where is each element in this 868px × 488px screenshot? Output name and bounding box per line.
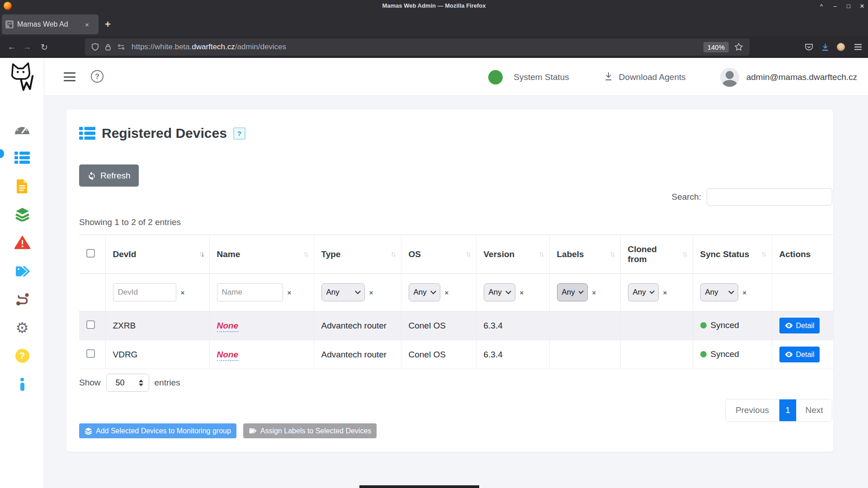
shield-icon[interactable] [91,43,99,51]
browser-tab[interactable]: Mamas Web Ad × [2,14,99,34]
app-header: ? System Status Download Agents admin@ma… [44,59,868,96]
url-bar[interactable]: https://white.beta.dwarftech.cz/admin/de… [85,38,750,56]
new-tab-button[interactable]: + [105,18,111,31]
download-agents-label[interactable]: Download Agents [619,72,686,82]
sort-icon: ↑↓ [539,250,543,259]
route-icon [15,292,30,306]
clear-filter-icon[interactable]: × [663,289,667,296]
permissions-icon[interactable] [117,43,125,51]
assign-labels-button[interactable]: Assign Labels to Selected Devices [243,423,377,438]
chevron-down-icon [579,289,584,294]
sidebar-item-labels[interactable] [13,262,31,280]
window-pin-button[interactable]: ^ [818,3,825,9]
sidebar-toggle-hamburger-icon[interactable] [64,72,75,81]
forward-icon[interactable]: → [22,41,33,53]
sidebar: ⚙ ? [0,59,44,488]
sidebar-item-documents[interactable] [13,177,31,195]
column-sync-status[interactable]: Sync Status↑↓ [693,235,772,274]
title-help-badge[interactable]: ? [233,127,245,140]
sort-icon: ↑↓ [610,250,614,259]
lock-icon[interactable] [104,43,112,51]
sidebar-item-alerts[interactable] [13,233,31,251]
table-row: VDRG None Advantech router Conel OS 6.3.… [79,340,833,369]
filter-sync-status-select[interactable]: Any [700,283,738,301]
sidebar-item-routes[interactable] [13,290,31,308]
window-title: Mamas Web Admin — Mozilla Firefox [0,0,868,12]
clear-filter-icon[interactable]: × [520,289,524,296]
sidebar-item-settings[interactable]: ⚙ [13,319,31,337]
zoom-level-badge[interactable]: 140% [703,42,729,52]
extension-icon[interactable] [836,41,846,53]
sidebar-item-dashboard[interactable] [13,120,31,138]
chevron-down-icon [728,288,734,294]
column-os[interactable]: OS↑↓ [401,235,476,274]
main-content: Registered Devices ? Refresh Search: Sho… [44,96,868,488]
pagination-previous[interactable]: Previous [726,399,779,421]
layers-icon [15,207,30,221]
bookmark-star-icon[interactable] [734,42,743,52]
refresh-button[interactable]: Refresh [79,164,139,187]
clear-filter-icon[interactable]: × [592,289,596,296]
url-text: https://white.beta.dwarftech.cz/admin/de… [132,42,286,52]
row-checkbox[interactable] [86,320,95,329]
pocket-icon[interactable] [804,41,814,53]
header-help-icon[interactable]: ? [91,70,104,83]
filter-devid-input[interactable] [113,283,176,301]
column-type[interactable]: Type↑↓ [314,235,401,274]
column-labels[interactable]: Labels↑↓ [549,235,620,274]
cell-name: None [209,340,314,369]
clear-filter-icon[interactable]: × [288,289,292,296]
filter-version-select[interactable]: Any [484,283,515,301]
sidebar-item-about[interactable] [13,375,31,393]
sidebar-item-devices[interactable] [13,149,31,167]
filter-labels-select[interactable]: Any [557,283,588,301]
clear-filter-icon[interactable]: × [369,289,373,296]
window-maximize-button[interactable]: □ [845,3,852,9]
column-name[interactable]: Name↑↓ [209,235,314,274]
column-cloned-from[interactable]: Cloned from↑↓ [620,235,693,274]
dwarftech-cat-logo[interactable] [7,60,34,95]
clear-filter-icon[interactable]: × [445,289,449,296]
tab-close-icon[interactable]: × [85,21,89,28]
page-title: Registered Devices [102,126,227,141]
row-checkbox[interactable] [86,349,95,358]
filter-cloned-from-select[interactable]: Any [628,283,659,301]
registered-devices-card: Registered Devices ? Refresh Search: Sho… [66,109,833,452]
search-input[interactable] [707,188,832,206]
menu-hamburger-icon[interactable] [853,41,863,53]
cell-type: Advantech router [314,340,401,369]
window-close-button[interactable]: ✕ [859,3,865,9]
page-size-select[interactable]: 50 [106,374,149,392]
cell-version: 6.3.4 [476,311,549,340]
sidebar-item-groups[interactable] [13,205,31,223]
clear-filter-icon[interactable]: × [181,289,185,296]
back-icon[interactable]: ← [6,41,17,53]
chevron-down-icon [355,288,361,294]
column-version[interactable]: Version↑↓ [476,235,549,274]
filter-os-select[interactable]: Any [409,283,440,301]
pagination-page-1[interactable]: 1 [779,399,796,421]
sidebar-item-help[interactable]: ? [13,347,31,365]
table-list-icon [79,126,95,141]
layers-icon [85,427,92,435]
user-avatar[interactable] [720,68,739,87]
reload-icon[interactable]: ↻ [39,41,50,53]
cell-cloned-from [620,340,693,369]
user-email[interactable]: admin@mamas.dwarftech.cz [746,72,857,82]
filter-name-input[interactable] [217,283,283,301]
eye-icon [785,352,793,357]
downloads-icon[interactable] [820,41,830,53]
add-to-monitoring-group-button[interactable]: Add Selected Devices to Monitoring group [79,423,236,438]
entries-label: entries [155,378,180,388]
select-all-checkbox[interactable] [86,249,95,258]
column-devid[interactable]: DevId↑↓ [105,235,209,274]
clear-filter-icon[interactable]: × [743,289,747,296]
detail-button[interactable]: Detail [779,318,820,333]
filter-type-select[interactable]: Any [321,283,365,301]
detail-button[interactable]: Detail [779,347,820,362]
pagination-next[interactable]: Next [796,399,832,421]
sort-icon: ↑↓ [199,250,203,259]
devices-table: DevId↑↓ Name↑↓ Type↑↓ OS↑↓ Version↑↓ Lab… [79,235,833,369]
window-minimize-button[interactable]: – [832,3,838,9]
system-status-label[interactable]: System Status [514,72,569,82]
